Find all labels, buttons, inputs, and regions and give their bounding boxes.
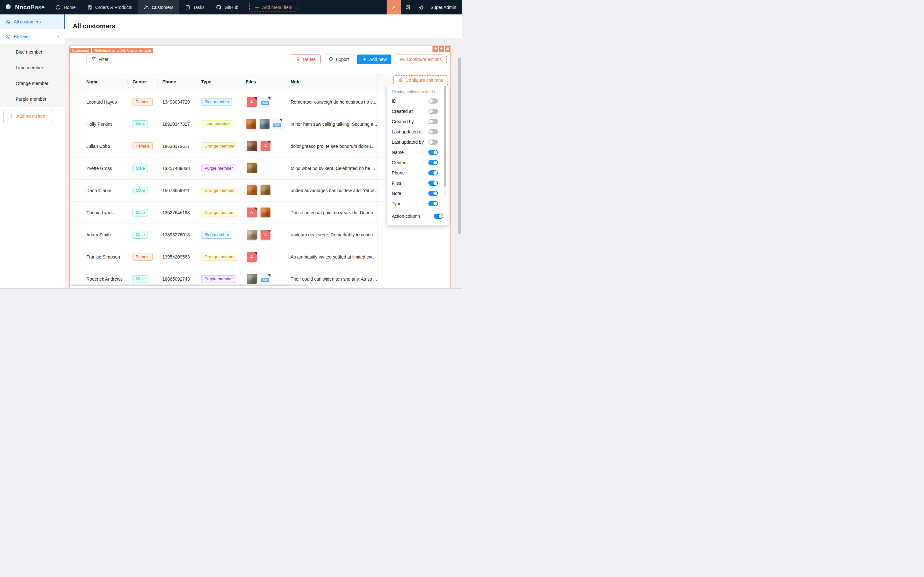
ui-editor-button[interactable] (387, 0, 401, 15)
add-menu-item-button-top[interactable]: Add menu item (249, 3, 297, 12)
dropdown-scrollbar-thumb[interactable] (444, 86, 446, 187)
photo-thumbnail-cookies[interactable] (246, 162, 258, 174)
pdf-file-thumbnail[interactable] (246, 251, 258, 263)
action-column-item[interactable]: Action column (387, 210, 448, 222)
photo-thumbnail-food[interactable] (246, 140, 258, 152)
field-item-last-updated-by[interactable]: Last updated by (387, 137, 448, 147)
field-item-last-updated-at[interactable]: Last updated at (387, 127, 448, 137)
actions-cell (377, 246, 450, 268)
column-header-genter[interactable]: Genter (127, 73, 157, 91)
page-horizontal-scrollbar[interactable] (0, 288, 462, 288)
field-item-files[interactable]: Files (387, 178, 448, 188)
add-new-label: Add new (369, 57, 387, 62)
customers-icon (144, 5, 149, 10)
field-toggle-note[interactable] (428, 191, 438, 196)
action-column-toggle[interactable] (434, 214, 443, 219)
top-menu-item-tasks[interactable]: Tasks (179, 0, 210, 15)
field-toggle-created-at[interactable] (428, 109, 438, 114)
field-toggle-created-by[interactable] (428, 119, 438, 124)
sidebar-item-purple-member[interactable]: Purple member (0, 91, 65, 107)
field-toggle-files[interactable] (428, 181, 438, 186)
photo-thumbnail-oranges[interactable] (246, 184, 258, 196)
sidebar-item-lime-member[interactable]: Lime member (0, 60, 65, 76)
drag-handle-icon[interactable] (432, 46, 438, 52)
field-item-created-at[interactable]: Created at (387, 106, 448, 116)
export-label: Export (336, 57, 349, 62)
pdf-file-thumbnail[interactable] (246, 206, 258, 218)
phone-cell: 13954209583 (157, 246, 196, 268)
doc-file-thumbnail[interactable]: DOC (260, 273, 271, 285)
configure-columns-button[interactable]: Configure columns (393, 76, 448, 85)
field-item-created-by[interactable]: Created by (387, 116, 448, 127)
field-toggle-phone[interactable] (428, 170, 438, 176)
type-cell: Lime member (196, 113, 240, 135)
member-type-tag: Orange member (201, 253, 238, 261)
field-toggle-last-updated-by[interactable] (428, 140, 438, 145)
column-header-name[interactable]: Name (69, 73, 127, 91)
brand-logo[interactable]: NocoBase (0, 0, 50, 15)
field-toggle-type[interactable] (428, 201, 438, 206)
plugin-manager-button[interactable] (401, 0, 414, 15)
export-button[interactable]: Export (324, 55, 353, 64)
top-menu-item-customers[interactable]: Customers (138, 0, 179, 15)
table-row[interactable]: Frankie SimpsonFemale13954209583Orange m… (69, 246, 450, 268)
column-header-type[interactable]: Type (196, 73, 240, 91)
column-header-phone[interactable]: Phone (157, 73, 196, 91)
block-menu-icon[interactable] (445, 46, 450, 52)
photo-thumbnail-coffee[interactable] (246, 229, 258, 240)
gender-tag: Male (132, 187, 148, 194)
block-add-icon[interactable] (439, 46, 444, 52)
field-item-type[interactable]: Type (387, 198, 448, 209)
photo-thumbnail-people[interactable] (259, 118, 270, 130)
top-menu-item-github[interactable]: GitHub (210, 0, 244, 15)
field-item-note[interactable]: Note (387, 188, 448, 198)
field-item-phone[interactable]: Phone (387, 168, 448, 178)
photo-thumbnail-oranges[interactable] (260, 206, 271, 218)
file-thumbnails (246, 251, 283, 263)
member-type-tag: Purple member (201, 164, 236, 172)
pdf-file-thumbnail[interactable] (260, 229, 271, 240)
add-menu-item-button-sidebar[interactable]: Add menu item (3, 110, 52, 122)
sidebar-item-orange-member[interactable]: Orange member (0, 76, 65, 91)
sidebar-item-all-customers[interactable]: All customers (0, 15, 65, 29)
photo-thumbnail-pretzels[interactable] (260, 184, 271, 196)
field-item-genter[interactable]: Genter (387, 158, 448, 168)
field-item-id[interactable]: ID (387, 96, 448, 106)
filter-button[interactable]: Filter (86, 55, 113, 64)
photo-thumbnail-cafe[interactable] (246, 273, 258, 285)
top-menu-item-home[interactable]: Home (50, 0, 81, 15)
user-menu[interactable]: Super Admin (428, 5, 462, 10)
column-header-note[interactable]: Note (285, 73, 377, 91)
pdf-file-thumbnail[interactable] (260, 140, 271, 152)
sidebar-item-by-level[interactable]: By level (0, 29, 65, 44)
gender-cell: Female (127, 91, 157, 113)
field-item-name[interactable]: Name (387, 147, 448, 158)
name-cell: Frankie Simpson (69, 246, 127, 268)
dropdown-field-list: IDCreated atCreated byLast updated atLas… (387, 96, 448, 209)
table-row[interactable]: Adam SmithMale13898276018Blue memberrank… (69, 224, 450, 246)
delete-button[interactable]: Delete (291, 55, 321, 64)
name-cell: Connie Lyons (69, 201, 127, 224)
gender-tag: Female (132, 253, 153, 261)
field-toggle-id[interactable] (428, 98, 438, 103)
tasks-icon (185, 5, 190, 10)
top-menu-label: Orders & Products (95, 5, 132, 10)
field-toggle-genter[interactable] (428, 160, 438, 165)
sidebar: All customersBy levelBlue memberLime mem… (0, 15, 65, 288)
pdf-file-thumbnail[interactable] (246, 96, 258, 108)
table-horizontal-scrollbar[interactable] (71, 284, 308, 286)
sidebar-item-blue-member[interactable]: Blue member (0, 44, 65, 60)
column-header-files[interactable]: Files (240, 73, 285, 91)
settings-button[interactable] (414, 0, 428, 15)
add-new-button[interactable]: Add new (357, 55, 392, 64)
doc-file-thumbnail[interactable]: DOC (272, 118, 283, 130)
photo-thumbnail-oranges[interactable] (246, 118, 257, 130)
download-icon (329, 57, 334, 62)
doc-file-thumbnail[interactable]: DOC (260, 96, 271, 108)
configure-actions-button[interactable]: Configure actions (395, 55, 447, 64)
field-toggle-name[interactable] (428, 150, 438, 155)
field-toggle-last-updated-at[interactable] (428, 129, 438, 134)
top-menu-item-orders-products[interactable]: Orders & Products (82, 0, 138, 15)
page-vertical-scrollbar[interactable] (458, 58, 461, 234)
field-label: ID (392, 98, 428, 103)
